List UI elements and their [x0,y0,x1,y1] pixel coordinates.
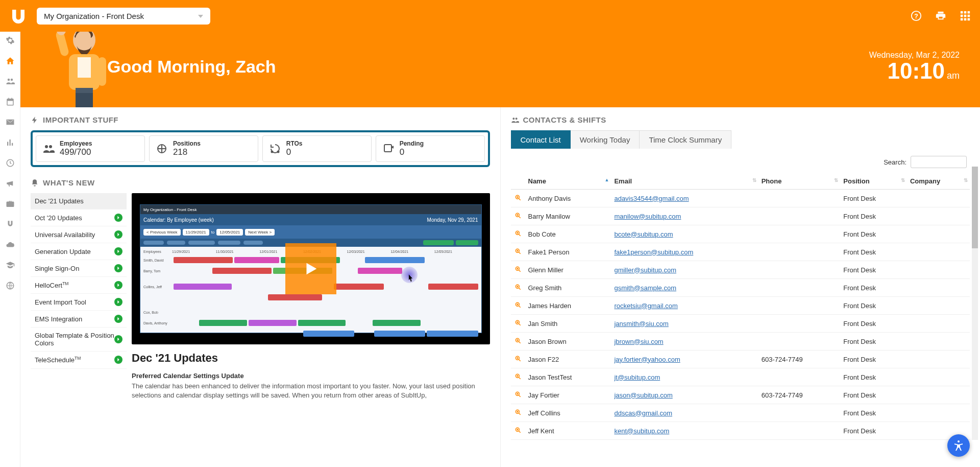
whats-new-item[interactable]: Oct '20 Updates [31,209,127,226]
chevron-right-icon [114,335,122,343]
stat-pending[interactable]: Pending0 [376,135,485,162]
zoom-icon[interactable] [514,390,522,399]
whats-new-item[interactable]: Generation Update [31,243,127,260]
whats-new-item[interactable]: Global Template & Position Colors [31,328,127,352]
zoom-icon[interactable] [514,229,522,238]
tab-contact-list[interactable]: Contact List [511,130,571,149]
zoom-icon[interactable] [514,301,522,309]
whats-new-item[interactable]: Dec '21 Updates [31,193,127,209]
table-row: Barry Manilowmanilow@subitup.comFront De… [511,207,970,225]
chevron-right-icon [114,247,122,255]
zoom-icon[interactable] [514,194,522,202]
col-position[interactable]: Position [840,173,907,190]
contact-name: Greg Smith [525,279,611,297]
whats-new-item[interactable]: Single Sign-On [31,260,127,277]
help-icon[interactable]: ? [911,10,922,21]
apps-grid-icon[interactable] [960,10,971,21]
zoom-icon[interactable] [514,247,522,255]
contact-company [907,261,970,279]
col-phone[interactable]: Phone [758,173,841,190]
reports-icon[interactable] [6,138,15,147]
contact-email: jbrown@siu.com [611,333,758,351]
graduation-icon[interactable] [6,261,15,270]
contact-name: Fake1 Person [525,243,611,261]
zoom-icon[interactable] [514,212,522,220]
zoom-icon[interactable] [514,372,522,381]
whats-new-item[interactable]: Universal Availability [31,226,127,243]
stats-box: Employees499/700 Positions218 RTOs0 Pend… [31,130,490,167]
org-selector[interactable]: My Organization - Front Desk [37,8,210,25]
calendar-icon[interactable] [6,97,15,106]
print-icon[interactable] [935,10,946,21]
table-row: Fake1 Personfake1person@subitup.comFront… [511,243,970,261]
svg-rect-10 [968,18,970,21]
contact-name: Jason F22 [525,351,611,368]
whats-new-item[interactable]: TeleScheduleTM [31,352,127,368]
tab-working-today[interactable]: Working Today [571,130,640,149]
contact-name: Jan Smith [525,315,611,333]
contact-position: Front Desk [840,207,907,225]
svg-point-22 [277,151,279,153]
zoom-icon[interactable] [514,265,522,273]
video-thumbnail[interactable]: My Organization - Front Desk Calendar: B… [132,193,490,344]
cloud-icon[interactable] [6,240,15,249]
contact-company [907,386,970,404]
play-button[interactable] [285,243,336,294]
contact-email: jay.fortier@yahoo.com [611,351,758,368]
contact-phone [758,243,841,261]
logo[interactable] [9,7,28,25]
contact-company [907,243,970,261]
home-icon[interactable] [6,56,15,65]
clock-icon[interactable] [6,158,15,168]
hero-avatar [51,20,117,107]
org-selector-label: My Organization - Front Desk [44,12,144,20]
search-input[interactable] [911,156,967,168]
col-email[interactable]: Email [611,173,758,190]
stat-positions[interactable]: Positions218 [149,135,258,162]
positions-icon [156,143,168,155]
zoom-icon[interactable] [514,283,522,291]
contact-name: Jay Fortier [525,386,611,404]
zoom-icon[interactable] [514,426,522,434]
megaphone-icon[interactable] [6,179,15,188]
contact-company [907,404,970,422]
contact-position: Front Desk [840,386,907,404]
stat-rtos[interactable]: RTOs0 [262,135,372,162]
globe-icon[interactable] [6,281,15,290]
whats-new-item[interactable]: Event Import Tool [31,294,127,311]
whats-new-list: Dec '21 UpdatesOct '20 UpdatesUniversal … [31,193,127,400]
whats-new-item[interactable]: HelloCertTM [31,277,127,294]
tab-time-clock[interactable]: Time Clock Summary [640,130,731,149]
zoom-icon[interactable] [514,408,522,416]
contact-position: Front Desk [840,368,907,386]
briefcase-icon[interactable] [6,199,15,208]
contact-name: James Harden [525,297,611,315]
table-row: Glenn Millergmiller@subitup.comFront Des… [511,261,970,279]
stat-employees[interactable]: Employees499/700 [36,135,145,162]
accessibility-button[interactable] [947,434,970,457]
mail-icon[interactable] [6,118,15,127]
contact-position: Front Desk [840,297,907,315]
col-company[interactable]: Company [907,173,970,190]
contacts-table: Name Email Phone Position Company Anthon… [511,173,970,440]
svg-rect-3 [964,11,967,14]
users-icon[interactable] [6,77,15,86]
ampm-text: am [947,71,960,81]
chevron-right-icon [114,298,122,306]
table-scrollbar[interactable] [972,167,978,440]
col-name[interactable]: Name [525,173,611,190]
table-row: Jason F22jay.fortier@yahoo.com603-724-77… [511,351,970,368]
chevron-right-icon [114,281,122,289]
contact-phone [758,297,841,315]
whats-new-item[interactable]: EMS Integration [31,311,127,328]
gear-icon[interactable] [6,36,15,45]
zoom-icon[interactable] [514,319,522,327]
rtos-icon [269,143,281,155]
table-row: Anthony Davisadavis34544@gmail.comFront … [511,190,970,207]
zoom-icon[interactable] [514,337,522,345]
magnet-icon[interactable] [6,220,15,229]
contact-email: rocketsiu@gmail.com [611,297,758,315]
zoom-icon[interactable] [514,355,522,363]
contact-company [907,351,970,368]
contact-name: Jason TestTest [525,368,611,386]
